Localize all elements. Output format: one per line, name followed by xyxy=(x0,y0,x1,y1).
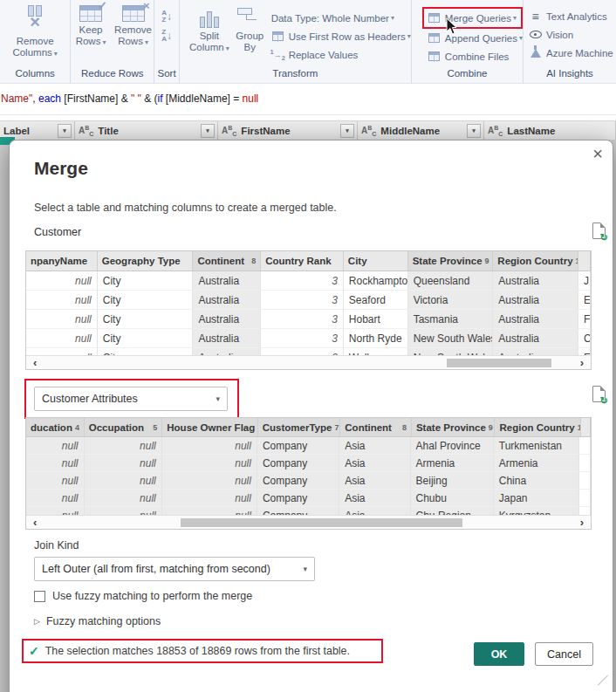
grid-column-header[interactable]: ABCFirstName▾ xyxy=(218,121,358,140)
table-cell xyxy=(579,490,591,507)
column-header[interactable]: Occupation5 xyxy=(85,418,163,437)
group-by-button[interactable]: Group By xyxy=(232,5,268,53)
table-cell: null xyxy=(162,437,257,455)
column-header[interactable]: ducation4 xyxy=(26,418,85,437)
power-query-window: × Remove Columns▾ Columns ✓ Keep Rows▾ ×… xyxy=(0,0,616,692)
scrollbar-thumb[interactable] xyxy=(447,359,551,367)
ok-button[interactable]: OK xyxy=(474,642,524,666)
table-cell: null xyxy=(162,507,257,515)
ribbon-group-transform: Split Column▾ Group By Data Type: Whole … xyxy=(180,0,412,83)
join-kind-select[interactable]: Left Outer (all from first, matching fro… xyxy=(34,557,315,581)
column-header-name: Occupation xyxy=(89,422,144,433)
grid-column-header[interactable]: ABCLastName xyxy=(484,121,616,140)
split-column-button[interactable]: Split Column▾ xyxy=(187,5,232,54)
table-cell: Kyrgyzstan xyxy=(494,507,579,515)
column-header[interactable]: CustomerType7 xyxy=(258,418,341,437)
refresh-preview-icon[interactable]: ↻ xyxy=(592,386,606,402)
column-header[interactable]: Geography Type xyxy=(98,251,194,271)
refresh-preview-icon[interactable]: ↻ xyxy=(592,223,606,239)
column-header[interactable]: State Province9 xyxy=(408,251,494,271)
column-filter-button[interactable]: ▾ xyxy=(58,124,72,138)
split-column-label: Split Column xyxy=(189,31,224,52)
table-cell: Australia xyxy=(493,329,578,348)
remove-columns-button[interactable]: × Remove Columns▾ xyxy=(10,5,60,59)
chevron-down-icon: ▾ xyxy=(54,50,58,58)
combine-files-button[interactable]: Combine Files xyxy=(428,47,523,65)
fuzzy-options-expander[interactable]: ▷ Fuzzy matching options xyxy=(34,615,161,627)
horizontal-scrollbar[interactable]: ‹› xyxy=(26,355,591,369)
azure-ml-button[interactable]: Azure Machine L xyxy=(529,44,616,62)
column-header[interactable]: State Province9 xyxy=(412,418,496,437)
column-header[interactable]: Continent8 xyxy=(193,251,261,271)
column-header[interactable]: Region Country10 xyxy=(493,251,578,271)
formula-bar-input[interactable]: Name", each [FirstName] & " " & (if [Mid… xyxy=(0,84,616,115)
table-cell: Asia xyxy=(339,437,410,455)
remove-columns-icon: × xyxy=(20,5,50,33)
column-selection-order: 8 xyxy=(249,257,256,265)
group-label-ai-insights: AI Insights xyxy=(524,66,616,83)
column-filter-button[interactable]: ▾ xyxy=(340,124,354,138)
horizontal-scrollbar[interactable]: ‹› xyxy=(26,515,591,529)
table-cell: 3 xyxy=(261,271,344,291)
resize-grip[interactable] xyxy=(598,675,608,685)
scroll-right-icon[interactable]: › xyxy=(580,356,584,369)
column-header-name: House Owner Flag xyxy=(167,422,255,433)
table-cell: Company xyxy=(257,472,339,490)
column-filter-button[interactable]: ▾ xyxy=(467,124,481,138)
sort-ascending-button[interactable]: AZ↓ xyxy=(161,8,172,25)
vision-button[interactable]: Vision xyxy=(529,25,616,44)
text-analytics-button[interactable]: ≡Text Analytics xyxy=(529,7,616,25)
table-cell: null xyxy=(162,490,257,507)
check-icon: ✓ xyxy=(29,644,39,658)
append-queries-button[interactable]: Append Queries▾ xyxy=(428,29,523,47)
scrollbar-thumb[interactable] xyxy=(181,518,462,527)
formula-token: null xyxy=(243,92,259,105)
cancel-button[interactable]: Cancel xyxy=(535,642,593,666)
table-cell: Australia xyxy=(493,310,578,329)
table-cell: null xyxy=(26,310,98,329)
replace-values-icon: 1→2 xyxy=(270,48,284,62)
scroll-left-icon[interactable]: ‹ xyxy=(33,516,37,529)
column-header-name: Geography Type xyxy=(102,256,181,266)
clipped-table-row: nullnullnullCompanyAsiaChu RegionKyrgyzs… xyxy=(26,507,591,515)
column-header[interactable] xyxy=(578,251,591,271)
scroll-right-icon[interactable]: › xyxy=(580,516,584,529)
column-header[interactable]: Country Rank xyxy=(261,251,344,271)
table-cell: null xyxy=(162,455,257,472)
table-cell: City xyxy=(98,329,194,348)
keep-rows-button[interactable]: ✓ Keep Rows▾ xyxy=(71,5,111,48)
table-cell: J xyxy=(578,271,591,291)
remove-columns-label: Remove Columns xyxy=(12,36,53,58)
grid-column-header[interactable]: ABCTitle▾ xyxy=(75,121,218,140)
formula-token: Name" xyxy=(1,92,32,105)
data-type-button[interactable]: Data Type: Whole Number▾ xyxy=(271,9,411,27)
fuzzy-options-label: Fuzzy matching options xyxy=(46,615,161,627)
column-header[interactable]: House Owner Flag6 xyxy=(162,418,257,437)
column-header[interactable]: Region Country10 xyxy=(495,418,581,437)
column-header[interactable]: City xyxy=(344,251,408,271)
close-icon[interactable]: × xyxy=(586,142,609,165)
use-first-row-label: Use First Row as Headers xyxy=(289,31,406,42)
column-filter-button[interactable]: ▾ xyxy=(201,124,215,138)
table-cell: null xyxy=(85,507,162,515)
formula-token: " " xyxy=(131,92,141,105)
fuzzy-matching-checkbox[interactable] xyxy=(34,591,45,602)
ribbon: × Remove Columns▾ Columns ✓ Keep Rows▾ ×… xyxy=(0,0,616,84)
table-cell: null xyxy=(26,507,85,515)
grid-column-header[interactable]: ABCMiddleName▾ xyxy=(358,121,484,140)
column-header[interactable] xyxy=(581,418,591,437)
remove-rows-button[interactable]: × Remove Rows▾ xyxy=(113,5,154,48)
join-kind-value: Left Outer (all from first, matching fro… xyxy=(42,563,270,575)
sort-descending-button[interactable]: ZA↓ xyxy=(161,27,172,45)
second-table-select[interactable]: Customer Attributes ▾ xyxy=(34,387,228,411)
replace-values-button[interactable]: 1→2Replace Values xyxy=(271,45,411,64)
use-first-row-button[interactable]: Use First Row as Headers▾ xyxy=(271,27,411,45)
column-header[interactable]: Continent8 xyxy=(340,418,412,437)
column-header[interactable]: npanyName xyxy=(26,251,98,271)
scroll-left-icon[interactable]: ‹ xyxy=(33,356,37,369)
clipped-table-row: nullCityAustralia3WollongongNew South Wa… xyxy=(26,348,591,355)
join-kind-label: Join Kind xyxy=(34,539,79,552)
table-cell: City xyxy=(98,271,194,291)
merge-queries-button[interactable]: Merge Queries▾ xyxy=(422,7,523,29)
data-type-label: Data Type: Whole Number xyxy=(271,13,389,24)
